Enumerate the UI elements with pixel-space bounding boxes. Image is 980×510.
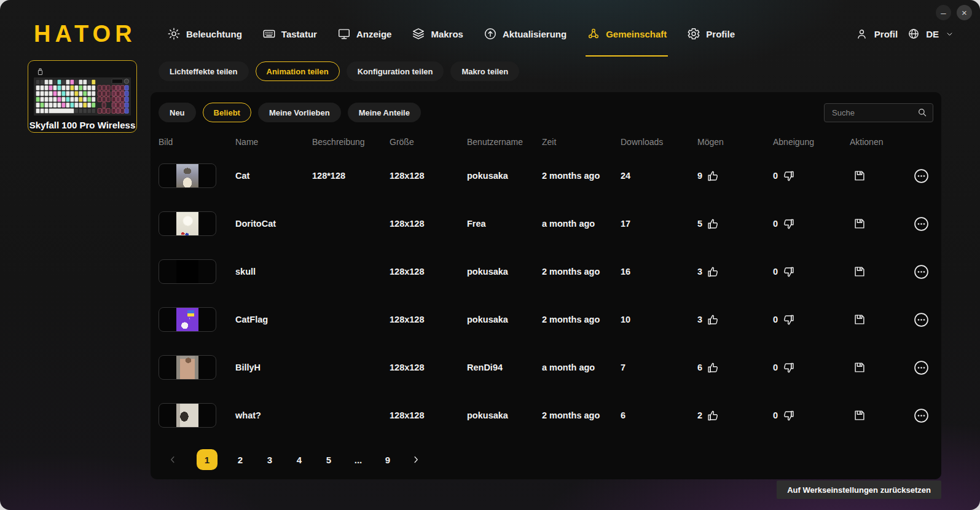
thumbs-down-icon[interactable] xyxy=(782,361,795,374)
thumbs-up-icon[interactable] xyxy=(707,313,719,326)
person-icon xyxy=(855,28,868,41)
table-body: Cat 128*128 128x128 pokusaka 2 months ag… xyxy=(159,152,933,439)
page-prev-icon[interactable] xyxy=(167,454,181,465)
thumbs-up-icon[interactable] xyxy=(707,218,719,230)
animation-name: CatFlag xyxy=(235,315,312,324)
col-groesse: Größe xyxy=(390,137,467,147)
page-2[interactable]: 2 xyxy=(233,455,247,465)
filter-beliebt[interactable]: Beliebt xyxy=(203,103,251,122)
nav-label: Tastatur xyxy=(281,29,317,39)
more-options-icon[interactable] xyxy=(913,264,930,280)
tab-tastatur[interactable]: Tastatur xyxy=(262,27,317,41)
page-1[interactable]: 1 xyxy=(197,449,218,470)
table-row: CatFlag 128x128 pokusaka 2 months ago 10… xyxy=(159,296,933,343)
top-navigation-bar: HATOR Beleuchtung Tastatur Anzeige xyxy=(0,16,980,52)
page-ellipsis[interactable]: ... xyxy=(351,455,365,465)
thumbs-down-icon[interactable] xyxy=(782,409,795,422)
thumbs-up-icon[interactable] xyxy=(707,361,719,374)
like-count: 6 xyxy=(697,363,702,372)
animation-thumbnail[interactable] xyxy=(159,403,216,428)
animation-thumbnail[interactable] xyxy=(159,355,216,380)
tab-makros[interactable]: Makros xyxy=(412,27,463,41)
more-options-icon[interactable] xyxy=(913,216,930,232)
filter-meine-anteile[interactable]: Meine Anteile xyxy=(348,103,421,122)
like-count: 3 xyxy=(697,267,702,277)
col-name: Name xyxy=(235,137,312,147)
animation-thumbnail[interactable] xyxy=(159,211,216,236)
tab-gemeinschaft[interactable]: Gemeinschaft xyxy=(587,27,667,41)
animation-downloads: 6 xyxy=(621,410,697,420)
chevron-down-icon[interactable] xyxy=(945,29,954,39)
filter-neu[interactable]: Neu xyxy=(159,103,196,122)
monitor-icon xyxy=(337,27,351,41)
device-card-skyfall[interactable]: Skyfall 100 Pro Wireless xyxy=(28,60,137,133)
thumbs-down-icon[interactable] xyxy=(782,170,795,182)
tab-aktualisierung[interactable]: Aktualisierung xyxy=(484,27,566,41)
update-icon xyxy=(484,27,497,41)
thumbs-down-icon[interactable] xyxy=(782,313,795,326)
thumbs-up-icon[interactable] xyxy=(707,265,719,278)
tab-makro-teilen[interactable]: Makro teilen xyxy=(450,61,519,81)
animation-size: 128x128 xyxy=(390,410,467,420)
tab-konfiguration-teilen[interactable]: Konfiguration teilen xyxy=(347,61,444,81)
tab-profile[interactable]: Profile xyxy=(687,27,735,41)
page-4[interactable]: 4 xyxy=(292,455,306,465)
more-options-icon[interactable] xyxy=(913,407,930,424)
save-icon[interactable] xyxy=(853,409,866,422)
animation-time: 2 months ago xyxy=(542,267,621,277)
table-row: BillyH 128x128 RenDi94 a month ago 7 6 0 xyxy=(159,343,933,391)
tab-animation-teilen[interactable]: Animation teilen xyxy=(256,61,340,81)
more-options-icon[interactable] xyxy=(913,168,930,184)
page-9[interactable]: 9 xyxy=(381,455,394,465)
thumbs-up-icon[interactable] xyxy=(707,170,719,182)
animation-thumbnail[interactable] xyxy=(159,259,216,284)
minimize-button[interactable]: – xyxy=(936,5,951,20)
nav-label: Beleuchtung xyxy=(186,29,242,39)
animation-downloads: 17 xyxy=(621,219,697,229)
animation-time: 2 months ago xyxy=(542,171,621,181)
animation-username: Frea xyxy=(467,219,542,229)
nav-label: Gemeinschaft xyxy=(606,29,667,39)
tab-lichteffekte-teilen[interactable]: Lichteffekte teilen xyxy=(159,61,249,81)
thumbs-down-icon[interactable] xyxy=(782,218,795,230)
profile-link[interactable]: Profil xyxy=(874,29,898,39)
app-window: – × HATOR Beleuchtung Tastatur An xyxy=(0,0,980,510)
tab-anzeige[interactable]: Anzeige xyxy=(337,27,392,41)
animation-username: pokusaka xyxy=(467,315,542,324)
thumbs-up-icon[interactable] xyxy=(707,409,719,422)
table-header: Bild Name Beschreibung Größe Benutzernam… xyxy=(159,137,933,147)
page-next-icon[interactable] xyxy=(410,454,424,465)
table-row: skull 128x128 pokusaka 2 months ago 16 3… xyxy=(159,248,933,296)
search-input[interactable] xyxy=(831,108,917,118)
thumbnail-image xyxy=(176,260,198,283)
page-3[interactable]: 3 xyxy=(263,455,276,465)
table-row: what? 128x128 pokusaka 2 months ago 6 2 … xyxy=(159,391,933,439)
close-button[interactable]: × xyxy=(957,5,972,20)
save-icon[interactable] xyxy=(853,361,866,374)
filter-meine-vorlieben[interactable]: Meine Vorlieben xyxy=(258,103,341,122)
save-icon[interactable] xyxy=(853,265,866,278)
animation-name: DoritoCat xyxy=(235,219,312,229)
animation-time: 2 months ago xyxy=(542,410,621,420)
save-icon[interactable] xyxy=(853,217,866,230)
thumbs-down-icon[interactable] xyxy=(782,265,795,278)
more-options-icon[interactable] xyxy=(913,359,930,376)
layers-icon xyxy=(412,27,425,41)
factory-reset-button[interactable]: Auf Werkseinstellungen zurücksetzen xyxy=(777,481,941,499)
save-icon[interactable] xyxy=(853,313,866,326)
animation-username: pokusaka xyxy=(467,171,542,181)
page-5[interactable]: 5 xyxy=(322,455,335,465)
community-content-panel: Neu Beliebt Meine Vorlieben Meine Anteil… xyxy=(151,92,941,479)
dislike-count: 0 xyxy=(773,171,778,181)
animation-size: 128x128 xyxy=(390,171,467,181)
animation-thumbnail[interactable] xyxy=(159,163,216,188)
save-icon[interactable] xyxy=(853,169,866,182)
language-selector[interactable]: DE xyxy=(926,29,939,39)
search-icon[interactable] xyxy=(917,107,928,118)
col-abneigung: Abneigung xyxy=(773,137,850,147)
animation-size: 128x128 xyxy=(390,315,467,324)
tab-beleuchtung[interactable]: Beleuchtung xyxy=(167,27,242,41)
animation-thumbnail[interactable] xyxy=(159,307,216,332)
more-options-icon[interactable] xyxy=(913,312,930,328)
minimize-icon: – xyxy=(941,8,946,17)
